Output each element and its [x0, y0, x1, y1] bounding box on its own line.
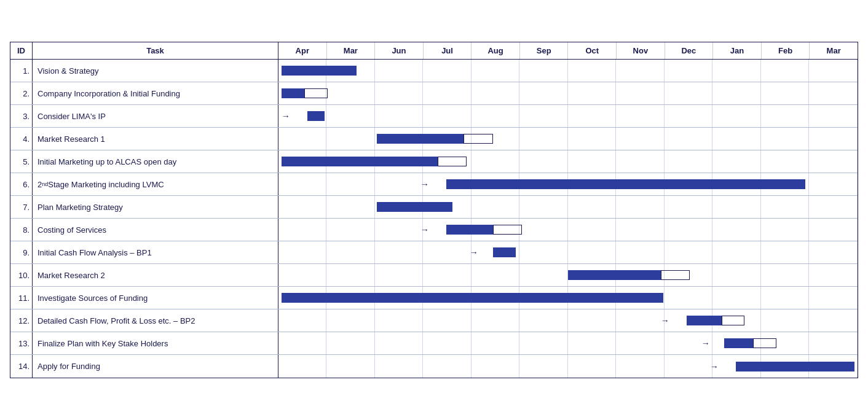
- gantt-bar-outline: [438, 157, 467, 166]
- gantt-bar-outline: [304, 88, 328, 98]
- row-chart: [278, 264, 858, 286]
- month-mar2: Mar: [810, 42, 858, 59]
- row-chart: [278, 60, 858, 82]
- gantt-bar: [446, 179, 805, 189]
- month-apr: Apr: [278, 42, 327, 59]
- arrow-icon: →: [420, 225, 429, 235]
- row-task: Company Incorporation & Initial Funding: [33, 82, 278, 104]
- row-task: Consider LIMA's IP: [33, 105, 278, 127]
- row-task: Plan Marketing Strategy: [33, 196, 278, 218]
- row-id: 4.: [10, 128, 33, 150]
- row-chart: [278, 196, 858, 218]
- row-task: Investigate Sources of Funding: [33, 287, 278, 309]
- table-row: 9. Initial Cash Flow Analysis – BP1 →: [10, 241, 858, 264]
- month-nov: Nov: [617, 42, 665, 59]
- gantt-bar: [446, 225, 492, 235]
- table-row: 11. Investigate Sources of Funding: [10, 287, 858, 309]
- gantt-bar: [282, 66, 357, 76]
- row-chart: →: [278, 355, 858, 378]
- gantt-bar-outline: [493, 225, 522, 235]
- header-task: Task: [33, 42, 278, 59]
- month-aug: Aug: [471, 42, 520, 59]
- gantt-bar-outline: [753, 338, 776, 348]
- gantt-bar: [493, 247, 516, 257]
- month-headers: Apr Mar Jun Jul Aug Sep Oct Nov Dec Jan …: [278, 42, 858, 59]
- gantt-bar: [736, 362, 854, 371]
- month-may: Mar: [327, 42, 376, 59]
- row-task: Vision & Strategy: [33, 60, 278, 82]
- row-id: 13.: [10, 332, 33, 354]
- table-row: 13. Finalize Plan with Key Stake Holders…: [10, 332, 858, 355]
- header-id: ID: [10, 42, 33, 59]
- gantt-bar: [307, 111, 325, 121]
- row-task: Finalize Plan with Key Stake Holders: [33, 332, 278, 354]
- gantt-bar-outline: [722, 316, 745, 325]
- table-row: 3. Consider LIMA's IP →: [10, 105, 858, 128]
- row-id: 3.: [10, 105, 33, 127]
- row-id: 12.: [10, 309, 33, 332]
- month-dec: Dec: [665, 42, 714, 59]
- row-id: 1.: [10, 60, 33, 82]
- row-task: Market Research 2: [33, 264, 278, 286]
- row-chart: →: [278, 241, 858, 263]
- row-chart: →: [278, 105, 858, 127]
- table-row: 2. Company Incorporation & Initial Fundi…: [10, 82, 858, 105]
- row-id: 9.: [10, 241, 33, 263]
- gantt-bar: [687, 316, 722, 325]
- gantt-bar: [377, 202, 452, 212]
- table-row: 4. Market Research 1: [10, 128, 858, 150]
- row-chart: [278, 128, 858, 150]
- table-row: 14. Apply for Funding →: [10, 355, 858, 378]
- gantt-bar: [282, 293, 664, 303]
- row-chart: →: [278, 332, 858, 354]
- row-chart: [278, 82, 858, 104]
- gantt-bar: [724, 338, 753, 348]
- arrow-icon: →: [420, 179, 429, 189]
- month-oct: Oct: [568, 42, 617, 59]
- row-chart: [278, 150, 858, 173]
- row-task: Initial Cash Flow Analysis – BP1: [33, 241, 278, 263]
- row-task: Initial Marketing up to ALCAS open day: [33, 150, 278, 173]
- row-task: Market Research 1: [33, 128, 278, 150]
- gantt-bar: [282, 157, 438, 166]
- gantt-bar: [377, 134, 464, 144]
- month-sep: Sep: [520, 42, 569, 59]
- gantt-bar: [282, 88, 305, 98]
- arrow-icon: →: [661, 316, 669, 325]
- month-jan: Jan: [713, 42, 762, 59]
- month-jun: Jun: [375, 42, 424, 59]
- table-row: 7. Plan Marketing Strategy: [10, 196, 858, 219]
- row-chart: [278, 287, 858, 309]
- month-jul: Jul: [424, 42, 472, 59]
- table-row: 10. Market Research 2: [10, 264, 858, 287]
- arrow-icon: →: [710, 362, 719, 371]
- arrow-icon: →: [470, 247, 478, 257]
- table-row: 6. 2nd Stage Marketing including LVMC →: [10, 173, 858, 196]
- arrow-icon: →: [282, 111, 290, 121]
- row-id: 8.: [10, 219, 33, 241]
- row-task: Costing of Services: [33, 219, 278, 241]
- row-task: Detailed Cash Flow, Profit & Loss etc. –…: [33, 309, 278, 332]
- row-id: 14.: [10, 355, 33, 378]
- gantt-chart: ID Task Apr Mar Jun Jul Aug Sep Oct Nov …: [10, 42, 858, 378]
- table-row: 12. Detailed Cash Flow, Profit & Loss et…: [10, 309, 858, 332]
- gantt-bar-outline: [464, 134, 492, 144]
- month-feb: Feb: [762, 42, 810, 59]
- gantt-bar-outline: [661, 270, 690, 280]
- arrow-icon: →: [701, 338, 710, 348]
- row-chart: →: [278, 309, 858, 332]
- row-chart: →: [278, 219, 858, 241]
- gantt-header: ID Task Apr Mar Jun Jul Aug Sep Oct Nov …: [10, 42, 858, 60]
- row-task: Apply for Funding: [33, 355, 278, 378]
- table-row: 8. Costing of Services →: [10, 219, 858, 241]
- gantt-bar: [568, 270, 661, 280]
- row-id: 6.: [10, 173, 33, 195]
- row-task: 2nd Stage Marketing including LVMC: [33, 173, 278, 195]
- row-id: 10.: [10, 264, 33, 286]
- row-id: 7.: [10, 196, 33, 218]
- table-row: 5. Initial Marketing up to ALCAS open da…: [10, 150, 858, 173]
- row-chart: →: [278, 173, 858, 195]
- table-row: 1. Vision & Strategy: [10, 60, 858, 82]
- row-id: 11.: [10, 287, 33, 309]
- row-id: 5.: [10, 150, 33, 173]
